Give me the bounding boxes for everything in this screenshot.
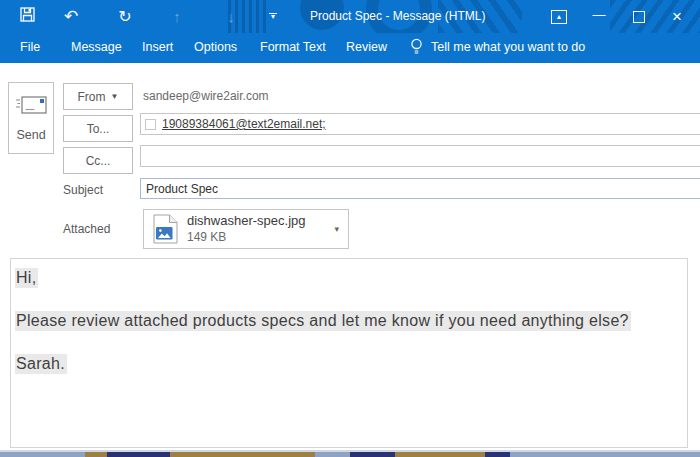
window-controls: ▲ — × bbox=[544, 0, 700, 33]
attachment-image-file-icon bbox=[153, 214, 178, 244]
maximize-icon bbox=[633, 11, 645, 23]
subject-field[interactable]: Product Spec bbox=[140, 178, 700, 199]
tab-file[interactable]: File bbox=[20, 40, 40, 54]
close-button[interactable]: × bbox=[662, 0, 692, 33]
quick-access-toolbar: ↶ ↻ ↑ ↓ ▾ bbox=[0, 0, 280, 33]
maximize-button[interactable] bbox=[624, 0, 654, 33]
tell-me-label: Tell me what you want to do bbox=[431, 40, 585, 54]
to-label: To... bbox=[87, 122, 110, 136]
title-bar: ↶ ↻ ↑ ↓ ▾ Product Spec - Message (HTML) … bbox=[0, 0, 700, 33]
send-button[interactable]: Send bbox=[8, 82, 54, 154]
cc-button[interactable]: Cc... bbox=[63, 147, 133, 174]
from-address-value: sandeep@wire2air.com bbox=[143, 89, 269, 103]
customize-qat-button[interactable]: ▾ bbox=[266, 4, 280, 30]
lightbulb-icon bbox=[410, 38, 423, 56]
send-envelope-icon bbox=[15, 95, 47, 120]
tab-options[interactable]: Options bbox=[194, 40, 237, 54]
save-icon bbox=[20, 7, 35, 26]
save-button[interactable] bbox=[14, 4, 40, 30]
tab-format-text[interactable]: Format Text bbox=[260, 40, 326, 54]
attachment-texts: dishwasher-spec.jpg 149 KB bbox=[187, 213, 306, 244]
from-button[interactable]: From ▼ bbox=[63, 83, 133, 110]
subject-label: Subject bbox=[63, 183, 103, 197]
to-button[interactable]: To... bbox=[63, 115, 133, 142]
background-window-sliver bbox=[0, 450, 700, 457]
attachment-filename: dishwasher-spec.jpg bbox=[187, 213, 306, 229]
chevron-down-icon: ▼ bbox=[111, 92, 119, 101]
body-line: Sarah. bbox=[15, 355, 683, 373]
to-field[interactable]: 19089384061@text2email.net; bbox=[140, 113, 700, 135]
window-title: Product Spec - Message (HTML) bbox=[310, 9, 485, 23]
tab-insert[interactable]: Insert bbox=[142, 40, 173, 54]
undo-button[interactable]: ↶ bbox=[58, 4, 84, 30]
undo-icon: ↶ bbox=[64, 6, 78, 27]
close-icon: × bbox=[672, 7, 682, 27]
previous-item-button[interactable]: ↑ bbox=[164, 4, 190, 30]
ribbon-display-options-button[interactable]: ▲ bbox=[544, 0, 574, 33]
body-line: Please review attached products specs an… bbox=[15, 312, 683, 330]
ribbon-display-options-icon: ▲ bbox=[551, 10, 567, 24]
cc-field[interactable] bbox=[140, 145, 700, 167]
attachment-card[interactable]: dishwasher-spec.jpg 149 KB ▾ bbox=[143, 209, 349, 249]
message-body-editor[interactable]: Hi, Please review attached products spec… bbox=[10, 258, 688, 448]
outlook-message-window: ↶ ↻ ↑ ↓ ▾ Product Spec - Message (HTML) … bbox=[0, 0, 700, 457]
subject-value: Product Spec bbox=[146, 182, 218, 196]
recipient-checkbox[interactable] bbox=[145, 119, 156, 130]
minimize-icon: — bbox=[593, 7, 606, 22]
from-label: From bbox=[78, 90, 106, 104]
minimize-button[interactable]: — bbox=[584, 0, 614, 33]
redo-button[interactable]: ↻ bbox=[112, 4, 138, 30]
tab-review[interactable]: Review bbox=[346, 40, 387, 54]
cc-label: Cc... bbox=[86, 154, 111, 168]
next-item-button[interactable]: ↓ bbox=[218, 4, 244, 30]
attachment-size: 149 KB bbox=[187, 230, 306, 245]
attached-label: Attached bbox=[63, 222, 110, 236]
next-item-icon: ↓ bbox=[227, 8, 235, 25]
ribbon-tab-row: File Message Insert Options Format Text … bbox=[0, 33, 700, 63]
to-recipient-address[interactable]: 19089384061@text2email.net; bbox=[162, 117, 326, 131]
tell-me-box[interactable]: Tell me what you want to do bbox=[410, 38, 585, 56]
send-label: Send bbox=[16, 128, 45, 142]
body-line: Hi, bbox=[15, 269, 683, 287]
previous-item-icon: ↑ bbox=[173, 8, 181, 25]
tab-message[interactable]: Message bbox=[71, 40, 122, 54]
attachment-dropdown-icon[interactable]: ▾ bbox=[334, 224, 339, 234]
redo-icon: ↻ bbox=[118, 7, 131, 26]
